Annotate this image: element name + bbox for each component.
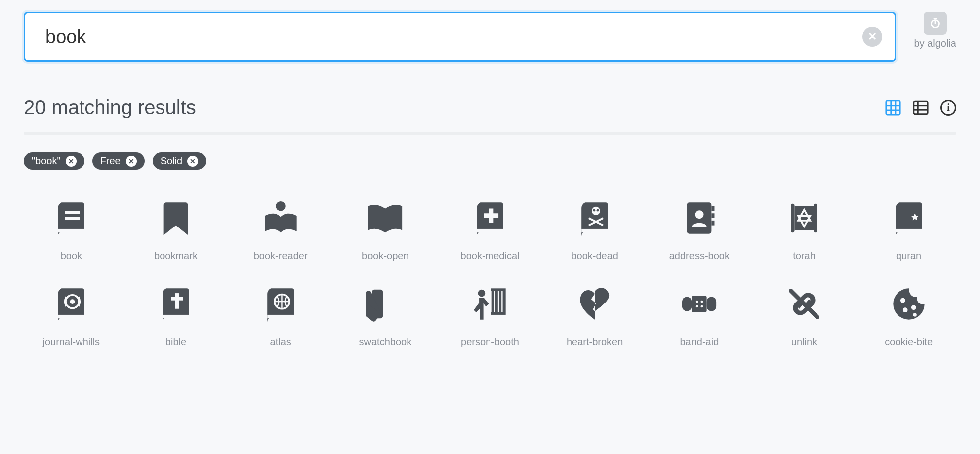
icon-result-torah[interactable]: torah: [757, 193, 852, 265]
icon-result-label: bible: [129, 336, 224, 348]
icon-result-label: quran: [861, 250, 956, 262]
icon-result-label: bookmark: [129, 250, 224, 262]
book-open-icon: [338, 196, 433, 240]
icon-result-label: torah: [757, 250, 852, 262]
info-icon: i: [947, 102, 950, 113]
info-button[interactable]: i: [940, 100, 956, 116]
icon-result-label: band-aid: [652, 336, 747, 348]
unlink-icon: [757, 282, 852, 326]
close-icon[interactable]: ✕: [126, 156, 137, 167]
icon-result-unlink[interactable]: unlink: [757, 279, 852, 351]
quran-icon: [861, 196, 956, 240]
close-icon: ✕: [868, 30, 877, 43]
atlas-icon: [233, 282, 328, 326]
icon-result-book-open[interactable]: book-open: [338, 193, 433, 265]
icon-result-journal-whills[interactable]: journal-whills: [24, 279, 119, 351]
filter-chips-row: "book" ✕ Free ✕ Solid ✕: [24, 152, 956, 170]
icon-result-band-aid[interactable]: band-aid: [652, 279, 747, 351]
icon-result-label: journal-whills: [24, 336, 119, 348]
icon-result-bookmark[interactable]: bookmark: [129, 193, 224, 265]
algolia-label: by algolia: [914, 38, 956, 49]
icon-result-quran[interactable]: quran: [861, 193, 956, 265]
icon-result-label: book-reader: [233, 250, 328, 262]
view-list-button[interactable]: [912, 99, 929, 116]
person-booth-icon: [443, 282, 538, 326]
icon-result-book-dead[interactable]: book-dead: [547, 193, 642, 265]
icon-result-address-book[interactable]: address-book: [652, 193, 747, 265]
filter-chip-free[interactable]: Free ✕: [92, 152, 145, 170]
close-icon[interactable]: ✕: [187, 156, 198, 167]
filter-chip-label: Solid: [161, 155, 182, 167]
filter-chip-label: Free: [100, 155, 121, 167]
grid-icon: [885, 99, 901, 116]
band-aid-icon: [652, 282, 747, 326]
icon-result-cookie-bite[interactable]: cookie-bite: [861, 279, 956, 351]
clear-search-button[interactable]: ✕: [862, 27, 882, 47]
icon-result-label: swatchbook: [338, 336, 433, 348]
svg-rect-7: [914, 101, 928, 114]
icon-result-book-reader[interactable]: book-reader: [233, 193, 328, 265]
icon-result-label: book: [24, 250, 119, 262]
search-input[interactable]: [24, 12, 896, 62]
icon-result-label: book-medical: [443, 250, 538, 262]
icon-result-label: book-dead: [547, 250, 642, 262]
icon-result-atlas[interactable]: atlas: [233, 279, 328, 351]
algolia-logo-icon: [924, 12, 947, 35]
book-reader-icon: [233, 196, 328, 240]
book-medical-icon: [443, 196, 538, 240]
bookmark-icon: [129, 196, 224, 240]
bible-icon: [129, 282, 224, 326]
book-icon: [24, 196, 119, 240]
icon-result-label: cookie-bite: [861, 336, 956, 348]
icon-result-bible[interactable]: bible: [129, 279, 224, 351]
results-count-title: 20 matching results: [24, 96, 885, 119]
filter-chip-label: "book": [32, 155, 61, 167]
cookie-bite-icon: [861, 282, 956, 326]
torah-icon: [757, 196, 852, 240]
icon-result-label: unlink: [757, 336, 852, 348]
svg-rect-2: [886, 100, 900, 114]
book-dead-icon: [547, 196, 642, 240]
list-icon: [912, 99, 929, 116]
swatchbook-icon: [338, 282, 433, 326]
icon-result-label: atlas: [233, 336, 328, 348]
icon-result-heart-broken[interactable]: heart-broken: [547, 279, 642, 351]
filter-chip-query[interactable]: "book" ✕: [24, 152, 84, 170]
results-grid: bookbookmarkbook-readerbook-openbook-med…: [24, 193, 956, 351]
heart-broken-icon: [547, 282, 642, 326]
filter-chip-solid[interactable]: Solid ✕: [153, 152, 206, 170]
icon-result-label: book-open: [338, 250, 433, 262]
icon-result-label: address-book: [652, 250, 747, 262]
icon-result-book-medical[interactable]: book-medical: [443, 193, 538, 265]
icon-result-label: heart-broken: [547, 336, 642, 348]
divider: [24, 132, 956, 135]
icon-result-swatchbook[interactable]: swatchbook: [338, 279, 433, 351]
journal-whills-icon: [24, 282, 119, 326]
close-icon[interactable]: ✕: [66, 156, 77, 167]
search-container: ✕: [24, 12, 896, 62]
icon-result-book[interactable]: book: [24, 193, 119, 265]
address-book-icon: [652, 196, 747, 240]
icon-result-person-booth[interactable]: person-booth: [443, 279, 538, 351]
icon-result-label: person-booth: [443, 336, 538, 348]
svg-rect-1: [933, 18, 937, 19]
algolia-attribution: by algolia: [914, 12, 956, 49]
view-grid-button[interactable]: [885, 99, 901, 116]
